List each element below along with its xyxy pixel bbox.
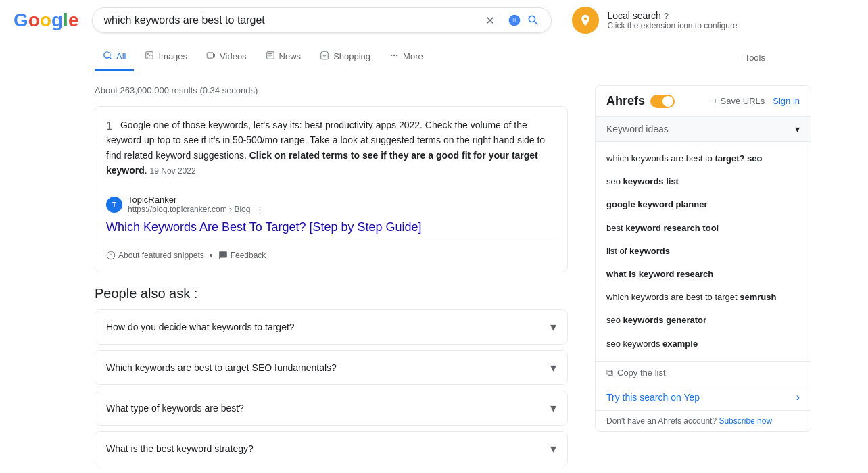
snippet-link: Which Keywords Are Best To Target? [Step… [106,220,556,234]
svg-point-3 [148,53,149,55]
nav-item-shopping[interactable]: Shopping [312,44,379,71]
source-url: https://blog.topicranker.com › Blog [128,205,250,214]
snippet-source: T TopicRanker https://blog.topicranker.c… [106,195,556,215]
nav-item-videos[interactable]: Videos [198,44,255,71]
source-favicon: T [106,197,122,213]
ahrefs-header: Ahrefs + Save URLs Sign in [596,86,811,117]
snippet-number: 1 [106,120,112,132]
save-urls-btn[interactable]: + Save URLs [713,96,765,106]
nav-item-images[interactable]: Images [137,44,195,71]
ahrefs-brand-label: Ahrefs [606,94,645,108]
keyword-item-7[interactable]: seo keywords generator [596,309,811,332]
keyword-ideas-chevron: ▾ [795,124,800,134]
search-input[interactable] [103,14,477,26]
paa-chevron-3: ▾ [550,401,556,416]
keyword-item-1[interactable]: seo keywords list [596,170,811,193]
more-dots-icon [389,51,399,62]
keyword-list: which keywords are best to target? seo s… [596,142,811,361]
source-name: TopicRanker [128,195,264,205]
news-icon [266,51,275,62]
paa-item-4: What is the best keyword strategy? ▾ [95,431,568,466]
search-submit-button[interactable] [527,14,540,27]
paa-title: People also ask : [95,286,568,301]
sidebar-column: Ahrefs + Save URLs Sign in Keyword ideas… [581,74,825,473]
svg-rect-4 [207,53,213,58]
paa-item-1: How do you decide what keywords to targe… [95,309,568,345]
clear-search-button[interactable] [484,14,496,26]
search-divider [502,14,502,27]
keyword-item-8[interactable]: seo keywords example [596,332,811,355]
source-info: TopicRanker https://blog.topicranker.com… [128,195,264,215]
search-icons [484,14,540,27]
search-nav: All Images Videos News Shopping More Too… [0,41,868,74]
subscribe-now-link[interactable]: Subscribe now [719,416,772,426]
copy-icon: ⧉ [606,367,613,378]
toggle-knob [662,96,673,107]
ahrefs-panel: Ahrefs + Save URLs Sign in Keyword ideas… [595,85,811,432]
paa-chevron-2: ▾ [550,360,556,375]
keyword-item-3[interactable]: best keyword research tool [596,217,811,240]
keyword-ideas-header[interactable]: Keyword ideas ▾ [596,117,811,142]
nav-item-news[interactable]: News [258,44,310,71]
svg-point-1 [104,52,110,58]
about-snippets-btn[interactable]: About featured snippets [106,251,204,260]
local-search-icon[interactable] [572,7,599,34]
paa-question-4[interactable]: What is the best keyword strategy? ▾ [95,432,567,466]
keyword-item-2[interactable]: google keyword planner [596,193,811,216]
paa-question-3[interactable]: What type of keywords are best? ▾ [95,391,567,425]
keyword-ideas-label: Keyword ideas [606,124,669,134]
footer-separator: • [210,250,213,261]
try-yep-chevron-icon: › [796,391,800,403]
local-search-subtitle: Click the extension icon to configure [607,21,737,30]
ahrefs-toggle[interactable] [650,95,675,108]
paa-chevron-1: ▾ [550,320,556,334]
svg-point-7 [391,55,392,56]
snippet-text: Google one of those keywords, let's say … [106,118,556,178]
keyword-item-0[interactable]: which keywords are best to target? seo [596,147,811,170]
videos-icon [206,51,216,62]
keyword-item-5[interactable]: what is keyword research [596,263,811,286]
paa-chevron-4: ▾ [550,441,556,456]
dont-have-account: Don't have an Ahrefs account? Subscribe … [596,410,811,431]
search-bar [92,7,552,33]
keyword-item-4[interactable]: list of keywords [596,240,811,263]
nav-item-all[interactable]: All [95,44,134,71]
paa-item-3: What type of keywords are best? ▾ [95,391,568,426]
nav-item-more[interactable]: More [381,44,431,71]
results-column: About 263,000,000 results (0.34 seconds)… [0,74,581,473]
header: Google Local search ? Click the exten [0,0,868,41]
paa-item-2: Which keywords are best to target SEO fu… [95,350,568,385]
google-logo[interactable]: Google [14,9,78,31]
snippet-date: 19 Nov 2022 [150,166,196,176]
ahrefs-actions: + Save URLs Sign in [713,96,800,106]
image-search-button[interactable] [508,14,521,27]
svg-point-8 [393,55,395,56]
source-more-button[interactable]: ⋮ [256,205,264,215]
local-search-title: Local search ? [607,10,737,21]
copy-list-btn[interactable]: ⧉ Copy the list [596,361,811,384]
images-icon [145,51,154,62]
all-icon [103,51,112,62]
header-right: Local search ? Click the extension icon … [572,7,737,34]
shopping-icon [320,51,329,62]
snippet-result-link[interactable]: Which Keywords Are Best To Target? [Step… [106,220,422,234]
snippet-feedback-btn[interactable]: Feedback [218,251,266,260]
try-yep-label: Try this search on Yep [606,392,700,403]
keyword-item-6[interactable]: which keywords are best to target semrus… [596,286,811,309]
featured-snippet: 1 Google one of those keywords, let's sa… [95,106,568,272]
main-content: About 263,000,000 results (0.34 seconds)… [0,74,868,473]
svg-point-9 [396,55,397,56]
paa-question-1[interactable]: How do you decide what keywords to targe… [95,310,567,344]
local-search-info: Local search ? Click the extension icon … [607,10,737,30]
nav-tools[interactable]: Tools [737,46,773,70]
paa-question-2[interactable]: Which keywords are best to target SEO fu… [95,351,567,384]
results-count: About 263,000,000 results (0.34 seconds) [95,85,568,95]
snippet-footer: About featured snippets • Feedback [106,243,556,261]
sign-in-btn[interactable]: Sign in [773,96,800,106]
people-also-ask-section: People also ask : How do you decide what… [95,286,568,466]
local-search-help-icon[interactable]: ? [664,11,669,21]
try-yep-btn[interactable]: Try this search on Yep › [596,384,811,410]
